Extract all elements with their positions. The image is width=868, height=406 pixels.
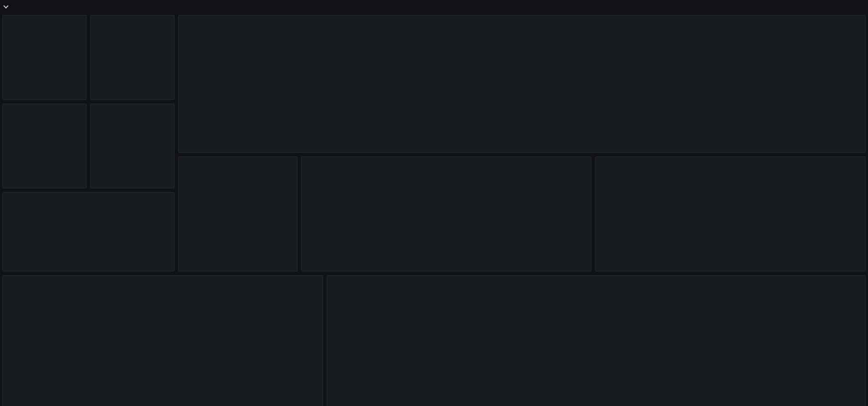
panel-memory-usage bbox=[2, 275, 323, 406]
grafana-dashboard bbox=[0, 0, 868, 406]
gauge bbox=[98, 119, 167, 187]
chart-legend bbox=[179, 237, 298, 269]
bar-chart-x-axis bbox=[207, 126, 859, 134]
panel-tempdb-disk-monitoring bbox=[327, 275, 866, 406]
chevron-down-icon bbox=[3, 3, 8, 8]
bar-gauge-stack bbox=[7, 46, 82, 97]
bar-gauge-rows bbox=[327, 276, 865, 406]
gauge-group bbox=[3, 193, 174, 271]
panel-database-file-usage bbox=[178, 156, 298, 271]
pie-chart bbox=[217, 182, 260, 225]
gauge bbox=[680, 164, 782, 267]
panel-backup-status bbox=[301, 156, 591, 271]
panel-row-count bbox=[595, 156, 866, 271]
bar-chart-plot bbox=[207, 36, 857, 124]
panel-transaction-log bbox=[178, 15, 866, 153]
panel-total-space bbox=[2, 15, 87, 100]
bar-gauge-rows bbox=[3, 276, 323, 406]
chart-legend bbox=[207, 137, 709, 146]
panel-unused-space bbox=[2, 104, 87, 188]
bar-chart-category-axis bbox=[179, 36, 204, 125]
panel-used-space bbox=[90, 15, 175, 100]
no-data-message bbox=[302, 157, 591, 271]
panel-table-locks bbox=[2, 192, 175, 271]
bar-gauge-stack bbox=[7, 134, 82, 185]
dashboard-row-header[interactable] bbox=[0, 0, 868, 14]
bar-gauge-stack bbox=[95, 46, 170, 97]
panel-memory-grants-pending bbox=[90, 104, 175, 188]
